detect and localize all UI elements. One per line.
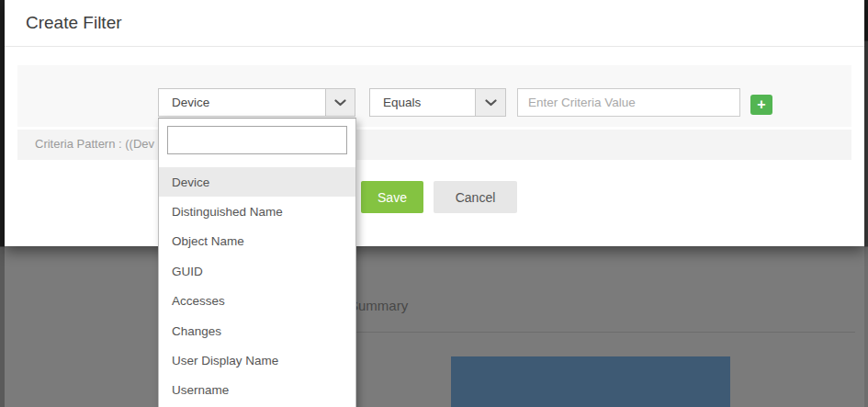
plus-icon: + [757, 96, 765, 112]
cancel-button[interactable]: Cancel [434, 181, 517, 213]
modal-title: Create Filter [26, 13, 122, 33]
right-edge-strip [864, 0, 868, 407]
chevron-down-icon[interactable] [475, 89, 505, 116]
dropdown-item-accesses[interactable]: Accesses [159, 287, 355, 316]
dropdown-item-distinguished-name[interactable]: Distinguished Name [159, 197, 355, 226]
field-dropdown-panel: Device Distinguished Name Object Name GU… [158, 118, 356, 407]
operator-select-value: Equals [370, 96, 475, 109]
dropdown-item-guid[interactable]: GUID [159, 256, 355, 286]
dropdown-item-changes[interactable]: Changes [159, 316, 355, 345]
dropdown-search-input[interactable] [167, 126, 347, 154]
field-select[interactable]: Device [158, 88, 355, 117]
dropdown-item-object-name[interactable]: Object Name [159, 227, 355, 256]
operator-select[interactable]: Equals [369, 88, 506, 117]
create-filter-modal: Create Filter Device Equals + Criteria P… [5, 0, 864, 246]
add-criteria-button[interactable]: + [750, 95, 772, 115]
summary-divider [349, 332, 855, 333]
summary-title: Summary [349, 298, 408, 313]
field-select-value: Device [159, 96, 325, 109]
dropdown-item-device[interactable]: Device [159, 167, 355, 197]
header-divider [5, 46, 864, 47]
chevron-down-icon[interactable] [325, 89, 355, 116]
criteria-value-input[interactable] [517, 88, 740, 117]
dropdown-item-username[interactable]: Username [159, 376, 355, 405]
save-button[interactable]: Save [361, 181, 423, 213]
criteria-pattern-row: Criteria Pattern : ((Dev [17, 130, 851, 160]
dropdown-item-user-display-name[interactable]: User Display Name [159, 345, 355, 375]
criteria-pattern-text: Criteria Pattern : ((Dev [35, 137, 154, 151]
dropdown-list: Device Distinguished Name Object Name GU… [159, 167, 355, 405]
summary-chart-bar [451, 356, 730, 407]
